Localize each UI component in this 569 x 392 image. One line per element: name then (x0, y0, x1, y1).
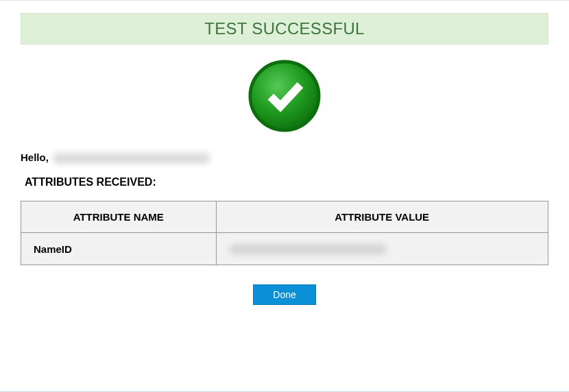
attributes-table: ATTRIBUTE NAME ATTRIBUTE VALUE NameID (21, 201, 548, 265)
success-icon-wrap (21, 58, 548, 136)
success-banner: TEST SUCCESSFUL (21, 13, 548, 45)
greeting-prefix: Hello, (21, 151, 51, 163)
table-row: NameID (21, 233, 548, 265)
result-container: TEST SUCCESSFUL Hello, ATTRIBUTES RE (0, 1, 569, 305)
action-row: Done (21, 284, 548, 305)
greeting-username-redacted (53, 153, 210, 164)
attr-value-cell (216, 233, 548, 265)
table-header-row: ATTRIBUTE NAME ATTRIBUTE VALUE (21, 201, 548, 233)
attr-name-cell: NameID (21, 233, 217, 265)
done-button[interactable]: Done (253, 284, 315, 305)
checkmark-icon (247, 58, 322, 136)
attributes-section-label: ATTRIBUTES RECEIVED: (25, 176, 548, 188)
banner-title: TEST SUCCESSFUL (204, 19, 364, 38)
greeting-line: Hello, (21, 151, 548, 164)
col-header-name: ATTRIBUTE NAME (21, 201, 217, 233)
col-header-value: ATTRIBUTE VALUE (216, 201, 548, 233)
attr-value-redacted (229, 244, 387, 255)
